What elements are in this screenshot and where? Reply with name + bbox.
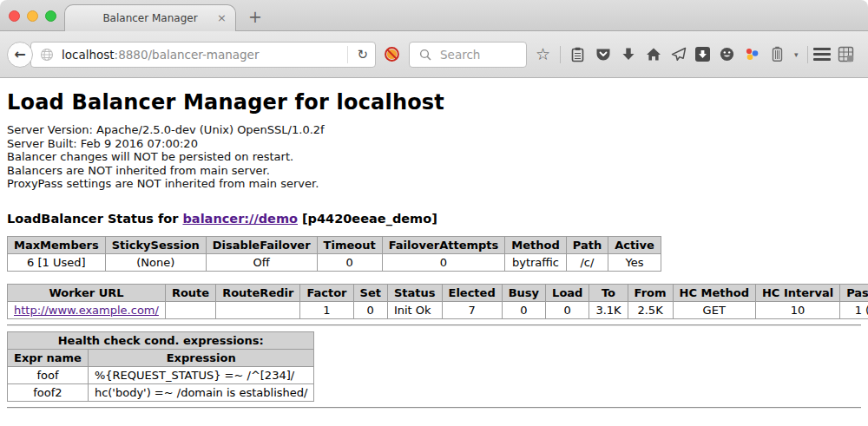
back-button[interactable]: ← <box>7 42 33 68</box>
page-title: Load Balancer Manager for localhost <box>7 90 861 115</box>
tab-bar: Balancer Manager × + <box>0 0 868 31</box>
col-factor: Factor <box>300 284 353 301</box>
status-prefix: LoadBalancer Status for <box>7 212 178 226</box>
col-hc-method: HC Method <box>673 284 755 301</box>
url-path: :8880/balancer-manager <box>115 48 260 62</box>
cell-factor: 1 <box>300 301 353 318</box>
page-content: Load Balancer Manager for localhost Serv… <box>0 78 868 426</box>
new-tab-button[interactable]: + <box>248 7 262 26</box>
cell-hc-interval: 10 <box>755 301 839 318</box>
col-load: Load <box>546 284 589 301</box>
col-set: Set <box>353 284 387 301</box>
persist-note-line: Balancer changes will NOT be persisted o… <box>7 150 861 164</box>
cell-active: Yes <box>608 253 661 271</box>
cell-expression-foof2: hc('body') =~ /domain is established/ <box>88 383 314 401</box>
minimize-window-button[interactable] <box>27 10 38 22</box>
cell-maxmembers: 6 [1 Used] <box>8 253 106 271</box>
server-version-line: Server Version: Apache/2.5.0-dev (Unix) … <box>7 123 861 137</box>
toolbar-icons: ☆ <box>535 46 808 63</box>
chevron-down-icon[interactable]: ▾ <box>794 50 799 59</box>
search-bar[interactable] <box>409 42 527 68</box>
balancer-demo-link[interactable]: balancer://demo <box>182 212 298 226</box>
cell-timeout: 0 <box>317 253 382 271</box>
bottom-divider <box>7 407 861 409</box>
loadbalancer-status-heading: LoadBalancer Status for balancer://demo[… <box>7 212 861 226</box>
cell-expr-name-foof2: foof2 <box>8 383 89 401</box>
cell-passes: 1 (0) <box>840 301 868 318</box>
col-expr-name: Expr name <box>8 349 89 366</box>
send-plane-icon[interactable] <box>670 46 687 62</box>
status-suffix: [p4420eeae_demo] <box>302 212 437 226</box>
zoom-window-button[interactable] <box>45 10 56 22</box>
blocked-plugin-icon[interactable] <box>384 46 400 62</box>
colored-dots-extension-icon[interactable] <box>744 46 760 62</box>
col-busy: Busy <box>502 284 545 301</box>
extension-download-icon[interactable] <box>695 47 710 62</box>
url-bar[interactable]: localhost:8880/balancer-manager ↻ <box>30 42 376 68</box>
cell-set: 0 <box>353 301 387 318</box>
bookmark-star-icon[interactable]: ☆ <box>535 46 551 62</box>
reload-button[interactable]: ↻ <box>353 47 372 62</box>
health-row-foof: foof %{REQUEST_STATUS} =~ /^[234]/ <box>8 366 314 383</box>
col-elected: Elected <box>442 284 502 301</box>
balancer-header-row: MaxMembers StickySession DisableFailover… <box>8 236 661 253</box>
toolbar-divider <box>560 46 561 63</box>
col-passes: Passes <box>840 284 868 301</box>
cell-expression-foof: %{REQUEST_STATUS} =~ /^[234]/ <box>88 366 314 383</box>
pocket-icon[interactable] <box>595 46 611 62</box>
worker-url-link[interactable]: http://www.example.com/ <box>14 304 159 317</box>
home-icon[interactable] <box>645 46 661 62</box>
col-failoverattempts: FailoverAttempts <box>382 236 505 253</box>
urlbar-divider <box>347 46 348 63</box>
col-route: Route <box>165 284 215 301</box>
cell-expr-name-foof: foof <box>8 366 89 383</box>
health-title-row: Health check cond. expressions: <box>8 331 314 349</box>
downloads-icon[interactable] <box>620 46 636 62</box>
col-disablefailover: DisableFailover <box>206 236 317 253</box>
col-stickysession: StickySession <box>105 236 206 253</box>
col-maxmembers: MaxMembers <box>8 236 106 253</box>
cell-elected: 7 <box>442 301 502 318</box>
cell-worker-url: http://www.example.com/ <box>8 301 166 318</box>
col-expression: Expression <box>88 349 314 366</box>
search-icon <box>417 46 433 62</box>
worker-data-row: http://www.example.com/ 1 0 Init Ok 7 0 … <box>8 301 868 318</box>
tab-groups-grid-icon[interactable] <box>838 46 854 62</box>
col-timeout: Timeout <box>317 236 382 253</box>
cell-status: Init Ok <box>387 301 442 318</box>
cell-path: /c/ <box>566 253 608 271</box>
smiley-icon[interactable] <box>719 46 735 62</box>
clipboard-icon[interactable] <box>569 46 586 62</box>
col-hc-interval: HC Interval <box>755 284 839 301</box>
col-to: To <box>589 284 628 301</box>
close-window-button[interactable] <box>9 10 20 22</box>
cell-hc-method: GET <box>673 301 755 318</box>
col-status: Status <box>387 284 442 301</box>
container-battery-icon[interactable] <box>769 46 786 62</box>
balancer-settings-table: MaxMembers StickySession DisableFailover… <box>7 236 661 272</box>
cell-to: 3.1K <box>589 301 628 318</box>
inherit-note-line: Balancers are NOT inherited from main se… <box>7 164 861 178</box>
tab-close-icon[interactable]: × <box>217 11 227 25</box>
health-check-table: Health check cond. expressions: Expr nam… <box>7 331 314 402</box>
section-divider <box>7 324 861 326</box>
col-path: Path <box>566 236 608 253</box>
browser-window: Balancer Manager × + ← localhost:8880/ba… <box>0 0 868 426</box>
col-method: Method <box>505 236 566 253</box>
window-controls <box>9 10 56 22</box>
server-built-line: Server Built: Feb 9 2016 07:00:20 <box>7 137 861 151</box>
menu-hamburger-icon[interactable] <box>813 48 831 61</box>
health-row-foof2: foof2 hc('body') =~ /domain is establish… <box>8 383 314 401</box>
globe-icon <box>38 46 55 62</box>
search-input[interactable] <box>438 47 516 62</box>
cell-routeredir <box>216 301 300 318</box>
navigation-toolbar: ← localhost:8880/balancer-manager ↻ ☆ <box>0 31 868 78</box>
col-routeredir: RouteRedir <box>216 284 300 301</box>
tab-balancer-manager[interactable]: Balancer Manager × <box>64 4 236 31</box>
cell-method: bytraffic <box>505 253 566 271</box>
url-host: localhost <box>62 48 115 62</box>
worker-header-row: Worker URL Route RouteRedir Factor Set S… <box>8 284 868 301</box>
address-text[interactable]: localhost:8880/balancer-manager <box>62 48 342 62</box>
worker-status-table: Worker URL Route RouteRedir Factor Set S… <box>7 284 868 319</box>
cell-busy: 0 <box>502 301 545 318</box>
